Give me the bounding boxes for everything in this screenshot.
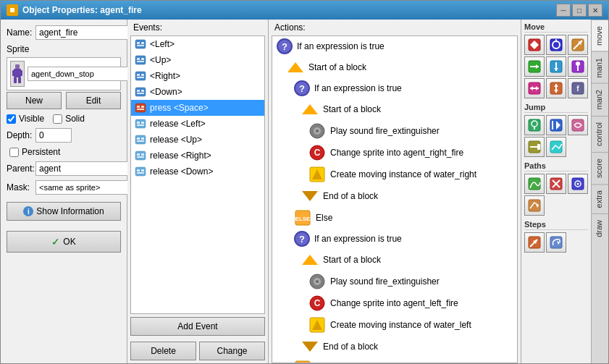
end-path-button[interactable] (546, 174, 566, 194)
action-item[interactable]: ? If an expression is true (272, 229, 517, 249)
event-item-release-left[interactable]: release <Left> (131, 116, 264, 132)
event-item-left[interactable]: <Left> (131, 36, 264, 52)
svg-rect-37 (137, 124, 144, 126)
svg-rect-49 (137, 172, 144, 174)
jump-section: Jump (524, 103, 588, 157)
persistent-label: Persistent (22, 147, 60, 157)
path-speed-button[interactable] (524, 195, 545, 216)
solid-checkbox[interactable] (53, 114, 62, 124)
action-item[interactable]: ? If an expression is true (272, 78, 517, 98)
path-position-button[interactable] (568, 174, 588, 194)
svg-rect-39 (137, 137, 140, 140)
svg-point-83 (576, 62, 580, 66)
event-item-release-down[interactable]: release <Down> (131, 164, 264, 179)
else-icon: ELSE (294, 360, 311, 363)
maximize-button[interactable]: □ (572, 4, 587, 17)
speed-vertical-button[interactable] (546, 56, 566, 77)
action-item[interactable]: C Change sprite into agent_right_fire (272, 142, 517, 164)
add-event-button[interactable]: Add Event (130, 317, 265, 336)
depth-input[interactable] (35, 128, 72, 143)
event-item-release-up[interactable]: release <Up> (131, 132, 264, 148)
action-item[interactable]: End of a block (272, 336, 517, 357)
event-item-down[interactable]: <Down> (131, 84, 264, 100)
move-fixed-button[interactable] (524, 35, 545, 55)
action-label: Start of a block (323, 255, 381, 265)
move-towards-button[interactable] (568, 35, 588, 55)
sound-icon (308, 273, 326, 290)
end-block-icon (301, 187, 319, 205)
steps-section: Steps (524, 220, 588, 253)
set-friction-button[interactable]: f (568, 78, 588, 98)
event-item-right[interactable]: <Right> (131, 68, 264, 84)
new-button[interactable]: New (7, 92, 62, 109)
depth-row: Depth: (7, 128, 121, 143)
tab-move[interactable]: move (592, 20, 608, 51)
create-icon (308, 166, 326, 183)
sprite-preview (10, 61, 25, 87)
events-list[interactable]: <Left> <Up> <Right> (130, 35, 265, 314)
tab-man1[interactable]: man1 (592, 51, 608, 84)
visible-solid-row: Visible Solid (7, 114, 121, 124)
ok-button[interactable]: ✓ OK (7, 231, 121, 253)
close-button[interactable]: ✕ (588, 4, 602, 17)
reverse-horizontal-button[interactable] (524, 78, 545, 98)
event-item-space[interactable]: press <Space> (131, 100, 264, 116)
speed-horizontal-button[interactable] (524, 56, 545, 77)
action-item[interactable]: ? If an expression is true (272, 36, 517, 56)
set-gravity-button[interactable] (568, 56, 588, 77)
action-item[interactable]: C Change sprite into agent_left_fire (272, 292, 517, 314)
action-item[interactable]: Start of a block (272, 98, 517, 120)
event-label: <Down> (150, 87, 182, 97)
jump-to-position-button[interactable] (524, 115, 545, 135)
name-row: Name: (7, 25, 121, 40)
bounce-button[interactable] (546, 137, 566, 157)
tab-man2[interactable]: man2 (592, 83, 608, 116)
show-information-button[interactable]: i Show Information (7, 202, 121, 221)
action-item[interactable]: Play sound fire_extinguisher (272, 271, 517, 292)
action-item[interactable]: ELSE Else (272, 357, 517, 363)
change-button[interactable]: Change (199, 342, 265, 360)
window-icon (7, 4, 18, 16)
start-block-icon (287, 59, 304, 76)
wrap-screen-button[interactable] (568, 115, 588, 135)
tab-extra[interactable]: extra (592, 184, 608, 213)
svg-rect-6 (14, 77, 17, 83)
event-item-up[interactable]: <Up> (131, 52, 264, 68)
action-label: Play sound fire_extinguisher (330, 276, 440, 287)
minimize-button[interactable]: ─ (556, 4, 571, 17)
action-item[interactable]: End of a block (272, 185, 517, 207)
visible-checkbox[interactable] (7, 114, 16, 124)
svg-rect-28 (141, 90, 144, 92)
action-item[interactable]: Start of a block (272, 249, 517, 271)
action-item[interactable]: Create moving instance of water_left (272, 314, 517, 336)
mask-input[interactable] (35, 180, 143, 195)
step-around-button[interactable] (546, 232, 566, 253)
action-item[interactable]: Play sound fire_extinguisher (272, 120, 517, 142)
event-item-release-right[interactable]: release <Right> (131, 148, 264, 164)
edit-button[interactable]: Edit (66, 92, 121, 109)
svg-rect-34 (135, 119, 146, 128)
action-item[interactable]: ELSE Else (272, 207, 517, 229)
svg-point-61 (316, 280, 319, 283)
move-section-title: Move (524, 22, 588, 33)
move-section: Move (524, 22, 588, 98)
set-path-button[interactable] (524, 174, 545, 194)
action-item[interactable]: Start of a block (272, 56, 517, 78)
persistent-checkbox[interactable] (9, 148, 19, 157)
tab-control[interactable]: control (592, 116, 608, 152)
tab-score[interactable]: score (592, 152, 608, 184)
action-item[interactable]: Create moving instance of water_right (272, 164, 517, 185)
delete-button[interactable]: Delete (130, 342, 196, 360)
start-block-icon (301, 101, 319, 118)
step-towards-button[interactable] (524, 232, 545, 253)
move-free-button[interactable] (546, 35, 566, 55)
jump-to-start-button[interactable] (546, 115, 566, 135)
reverse-vertical-button[interactable] (546, 78, 566, 98)
svg-rect-22 (135, 72, 146, 80)
actions-panel: Actions: ? If an expression is true Star… (269, 20, 521, 363)
move-to-contact-button[interactable] (524, 137, 545, 157)
parent-row: Parent: (7, 161, 121, 176)
sprite-name-input[interactable] (28, 67, 135, 81)
actions-list[interactable]: ? If an expression is true Start of a bl… (272, 35, 518, 363)
tab-draw[interactable]: draw (592, 213, 608, 243)
